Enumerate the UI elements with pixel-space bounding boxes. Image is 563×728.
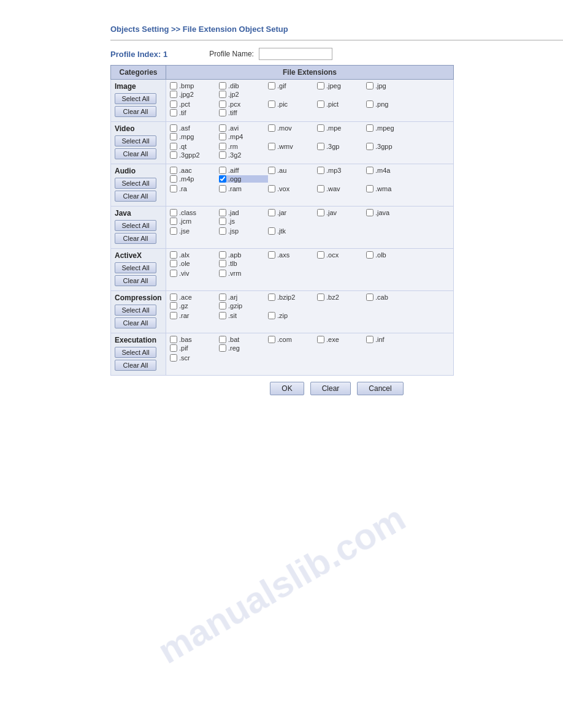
ext-checkbox[interactable]	[366, 209, 373, 216]
select-all-button-java[interactable]: Select All	[115, 220, 156, 231]
ext-checkbox[interactable]	[219, 312, 226, 319]
ext-checkbox[interactable]	[219, 143, 226, 150]
ext-checkbox[interactable]	[170, 109, 177, 116]
ext-checkbox[interactable]	[219, 109, 226, 116]
ext-checkbox[interactable]	[170, 124, 177, 132]
ext-checkbox[interactable]	[170, 227, 177, 235]
ext-checkbox[interactable]	[219, 151, 226, 159]
ext-checkbox[interactable]	[170, 175, 177, 183]
ext-checkbox[interactable]	[170, 185, 177, 192]
ext-checkbox[interactable]	[219, 270, 226, 277]
select-all-button-audio[interactable]: Select All	[115, 178, 156, 189]
ext-checkbox[interactable]	[170, 143, 177, 150]
ext-checkbox[interactable]	[317, 251, 324, 259]
ext-checkbox[interactable]	[219, 82, 226, 89]
ext-checkbox[interactable]	[170, 312, 177, 319]
profile-name-input[interactable]	[259, 48, 332, 60]
ext-checkbox[interactable]	[219, 336, 226, 343]
ext-label: .qt	[179, 143, 186, 150]
ext-checkbox[interactable]	[268, 124, 275, 132]
select-all-button-executation[interactable]: Select All	[115, 347, 156, 358]
ext-checkbox[interactable]	[219, 167, 226, 174]
ext-checkbox[interactable]	[268, 209, 275, 216]
ext-checkbox[interactable]	[366, 124, 373, 132]
ext-checkbox[interactable]	[219, 175, 226, 183]
clear-all-button-video[interactable]: Clear All	[115, 148, 156, 159]
ext-checkbox[interactable]	[268, 167, 275, 174]
clear-all-button-java[interactable]: Clear All	[115, 233, 156, 244]
ext-checkbox[interactable]	[170, 354, 177, 362]
ext-checkbox[interactable]	[219, 302, 226, 309]
ext-label: .ra	[179, 185, 187, 192]
ext-checkbox[interactable]	[366, 143, 373, 150]
ext-checkbox[interactable]	[170, 270, 177, 277]
ext-checkbox[interactable]	[317, 209, 324, 216]
ext-checkbox[interactable]	[268, 227, 275, 235]
ext-checkbox[interactable]	[317, 100, 324, 108]
ext-checkbox[interactable]	[366, 185, 373, 192]
select-all-button-image[interactable]: Select All	[115, 93, 156, 104]
ext-checkbox[interactable]	[268, 294, 275, 301]
ext-checkbox[interactable]	[317, 143, 324, 150]
clear-all-button-compression[interactable]: Clear All	[115, 317, 156, 328]
ext-checkbox[interactable]	[219, 91, 226, 98]
ext-checkbox[interactable]	[268, 100, 275, 108]
select-all-button-video[interactable]: Select All	[115, 135, 156, 146]
ext-checkbox[interactable]	[170, 336, 177, 343]
ext-checkbox[interactable]	[219, 100, 226, 108]
clear-button[interactable]: Clear	[310, 382, 351, 395]
ext-checkbox[interactable]	[170, 218, 177, 225]
ext-checkbox[interactable]	[317, 336, 324, 343]
ext-checkbox[interactable]	[366, 294, 373, 301]
ext-checkbox[interactable]	[170, 151, 177, 159]
ext-checkbox[interactable]	[170, 294, 177, 301]
ext-checkbox[interactable]	[366, 100, 373, 108]
ext-checkbox[interactable]	[219, 209, 226, 216]
ext-checkbox[interactable]	[219, 218, 226, 225]
ext-checkbox[interactable]	[170, 344, 177, 352]
ext-checkbox[interactable]	[317, 185, 324, 192]
ext-checkbox[interactable]	[317, 82, 324, 89]
ext-checkbox[interactable]	[219, 260, 226, 267]
ext-checkbox[interactable]	[219, 294, 226, 301]
ext-checkbox[interactable]	[268, 312, 275, 319]
ext-checkbox[interactable]	[317, 124, 324, 132]
ext-checkbox[interactable]	[317, 294, 324, 301]
ext-checkbox[interactable]	[268, 336, 275, 343]
clear-all-button-image[interactable]: Clear All	[115, 106, 156, 117]
ext-checkbox[interactable]	[219, 344, 226, 352]
ext-label: .jpg2	[179, 91, 194, 98]
ext-checkbox[interactable]	[366, 167, 373, 174]
ext-checkbox[interactable]	[219, 124, 226, 132]
ext-checkbox[interactable]	[268, 185, 275, 192]
ext-checkbox[interactable]	[170, 209, 177, 216]
ext-checkbox[interactable]	[268, 82, 275, 89]
select-all-button-activex[interactable]: Select All	[115, 262, 156, 273]
ext-checkbox[interactable]	[219, 251, 226, 259]
ok-button[interactable]: OK	[270, 382, 304, 395]
ext-checkbox[interactable]	[170, 167, 177, 174]
ext-checkbox[interactable]	[219, 133, 226, 140]
ext-checkbox[interactable]	[170, 91, 177, 98]
select-all-button-compression[interactable]: Select All	[115, 305, 156, 316]
ext-checkbox[interactable]	[170, 82, 177, 89]
ext-checkbox[interactable]	[317, 167, 324, 174]
ext-checkbox[interactable]	[170, 251, 177, 259]
ext-checkbox[interactable]	[366, 82, 373, 89]
ext-checkbox[interactable]	[170, 100, 177, 108]
ext-checkbox[interactable]	[268, 251, 275, 259]
ext-checkbox[interactable]	[366, 336, 373, 343]
ext-item: .tiff	[219, 109, 268, 116]
ext-checkbox[interactable]	[219, 227, 226, 235]
clear-all-button-activex[interactable]: Clear All	[115, 275, 156, 286]
ext-checkbox[interactable]	[170, 133, 177, 140]
ext-item: .avi	[219, 124, 268, 132]
ext-checkbox[interactable]	[170, 260, 177, 267]
ext-checkbox[interactable]	[219, 185, 226, 192]
ext-checkbox[interactable]	[366, 251, 373, 259]
clear-all-button-audio[interactable]: Clear All	[115, 191, 156, 202]
cancel-button[interactable]: Cancel	[357, 382, 403, 395]
clear-all-button-executation[interactable]: Clear All	[115, 360, 156, 371]
ext-checkbox[interactable]	[170, 302, 177, 309]
ext-checkbox[interactable]	[268, 143, 275, 150]
